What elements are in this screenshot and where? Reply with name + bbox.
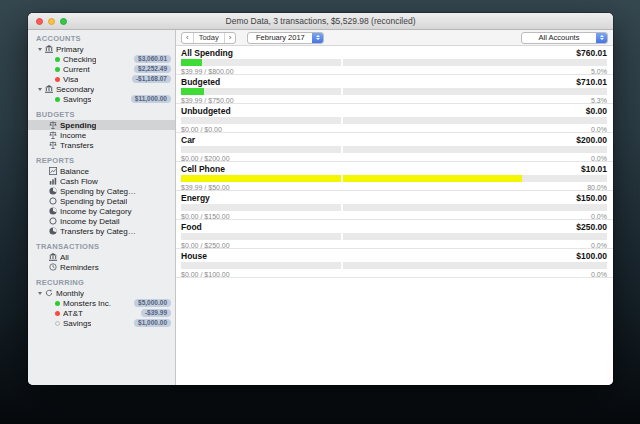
sidebar-item-income-by-detail[interactable]: Income by Detail (28, 216, 175, 226)
period-select[interactable]: February 2017 (247, 32, 324, 44)
scales-icon (49, 121, 57, 129)
bank-icon (45, 45, 53, 53)
ring-chart-icon (49, 197, 57, 205)
sidebar-item-income[interactable]: Income (28, 130, 175, 140)
sidebar: ACCOUNTS Primary Checking $3,060.01 Curr… (28, 30, 176, 385)
today-marker-tick (341, 262, 343, 269)
today-button[interactable]: Today (194, 33, 225, 43)
sidebar-item-transfers[interactable]: Transfers (28, 140, 175, 150)
sidebar-item-checking[interactable]: Checking $3,060.01 (28, 54, 175, 64)
sidebar-item-label: Checking (63, 55, 96, 64)
window-title: Demo Data, 3 transactions, $5,529.98 (re… (226, 16, 416, 26)
budget-spent-of-total: $39.99 / $800.00 (181, 68, 234, 75)
zoom-window-button[interactable] (60, 18, 67, 25)
sidebar-item-cash-flow[interactable]: Cash Flow (28, 176, 175, 186)
budget-remaining-amount: $10.01 (581, 164, 607, 174)
minimize-window-button[interactable] (48, 18, 55, 25)
budget-progress-bar (181, 88, 607, 95)
today-marker-tick (341, 88, 343, 95)
content-toolbar: ‹ Today › February 2017 All Accounts (176, 30, 613, 46)
sidebar-item-label: Income by Category (60, 207, 132, 216)
sidebar-item-att[interactable]: AT&T -$39.99 (28, 308, 175, 318)
sidebar-item-label: Visa (63, 75, 78, 84)
sidebar-item-current[interactable]: Current $2,252.49 (28, 64, 175, 74)
sidebar-item-all-transactions[interactable]: All (28, 252, 175, 262)
bank-icon (45, 85, 53, 93)
accounts-filter-select[interactable]: All Accounts (521, 32, 608, 44)
sidebar-item-balance[interactable]: Balance (28, 166, 175, 176)
sidebar-item-transfers-by-category[interactable]: Transfers by Categ… (28, 226, 175, 236)
sidebar-item-spending-by-detail[interactable]: Spending by Detail (28, 196, 175, 206)
main-content: ‹ Today › February 2017 All Accounts All… (176, 30, 613, 385)
sidebar-item-savings[interactable]: Savings $11,000.00 (28, 94, 175, 104)
sidebar-item-monsters-inc[interactable]: Monsters Inc. $5,000.00 (28, 298, 175, 308)
budget-remaining-amount: $760.01 (576, 48, 607, 58)
scales-icon (49, 141, 57, 149)
sidebar-item-recurring-savings[interactable]: Savings $1,000.00 (28, 318, 175, 328)
budget-row-car[interactable]: Car $200.00 $0.00 / $200.00 0.0% (176, 133, 613, 162)
budget-remaining-amount: $200.00 (576, 135, 607, 145)
sidebar-item-label: All (60, 253, 69, 262)
budget-row-all-spending[interactable]: All Spending $760.01 $39.99 / $800.00 5.… (176, 46, 613, 75)
budget-row-cell-phone[interactable]: Cell Phone $10.01 $39.99 / $50.00 80.0% (176, 162, 613, 191)
budget-row-budgeted[interactable]: Budgeted $710.01 $39.99 / $750.00 5.3% (176, 75, 613, 104)
account-status-dot (55, 67, 60, 72)
close-window-button[interactable] (36, 18, 43, 25)
budget-percent: 0.0% (591, 126, 607, 133)
budget-row-house[interactable]: House $100.00 $0.00 / $100.00 0.0% (176, 249, 613, 278)
disclosure-triangle-icon[interactable] (38, 292, 42, 295)
today-marker-tick (341, 117, 343, 124)
bar-chart-icon (49, 177, 57, 185)
sidebar-group-monthly[interactable]: Monthly (28, 288, 175, 298)
prev-period-button[interactable]: ‹ (182, 33, 194, 43)
budget-spent-of-total: $0.00 / $0.00 (181, 126, 222, 133)
budget-spent-of-total: $0.00 / $200.00 (181, 155, 230, 162)
sidebar-item-spending-by-category[interactable]: Spending by Categ… (28, 186, 175, 196)
sidebar-group-primary[interactable]: Primary (28, 44, 175, 54)
sidebar-item-label: Monsters Inc. (63, 299, 111, 308)
budget-category-name: Unbudgeted (181, 106, 231, 116)
sidebar-group-secondary[interactable]: Secondary (28, 84, 175, 94)
budget-progress-fill (181, 175, 522, 182)
sidebar-item-spending[interactable]: Spending (28, 120, 175, 130)
sidebar-item-income-by-category[interactable]: Income by Category (28, 206, 175, 216)
sidebar-item-reminders[interactable]: Reminders (28, 262, 175, 272)
recurring-status-dot (55, 311, 60, 316)
budget-percent: 5.0% (591, 68, 607, 75)
accounts-filter-value: All Accounts (522, 33, 596, 42)
sidebar-item-visa[interactable]: Visa -$1,168.07 (28, 74, 175, 84)
sidebar-section-header-recurring: RECURRING (28, 278, 175, 288)
disclosure-triangle-icon[interactable] (38, 48, 42, 51)
sidebar-item-label: Cash Flow (60, 177, 98, 186)
sidebar-item-label: Current (63, 65, 90, 74)
pie-chart-icon (49, 227, 57, 235)
sidebar-section-header-transactions: TRANSACTIONS (28, 242, 175, 252)
recurring-amount-badge: $1,000.00 (134, 319, 171, 327)
sidebar-item-label: Primary (56, 45, 84, 54)
sidebar-item-label: Reminders (60, 263, 99, 272)
window-titlebar[interactable]: Demo Data, 3 transactions, $5,529.98 (re… (28, 13, 613, 30)
sidebar-item-label: Transfers (60, 141, 94, 150)
recurring-status-dot (55, 321, 60, 326)
budget-row-food[interactable]: Food $250.00 $0.00 / $250.00 0.0% (176, 220, 613, 249)
budget-spent-of-total: $39.99 / $50.00 (181, 184, 230, 191)
today-marker-tick (341, 175, 343, 182)
account-balance-badge: $11,000.00 (131, 95, 171, 103)
budget-row-unbudgeted[interactable]: Unbudgeted $0.00 $0.00 / $0.00 0.0% (176, 104, 613, 133)
sidebar-item-label: Spending by Categ… (60, 187, 136, 196)
sidebar-section-header-budgets: BUDGETS (28, 110, 175, 120)
next-period-button[interactable]: › (225, 33, 236, 43)
budget-remaining-amount: $250.00 (576, 222, 607, 232)
budget-category-name: Food (181, 222, 202, 232)
chevron-up-down-icon (312, 32, 323, 44)
disclosure-triangle-icon[interactable] (38, 88, 42, 91)
account-balance-badge: $2,252.49 (134, 65, 171, 73)
budget-row-energy[interactable]: Energy $150.00 $0.00 / $150.00 0.0% (176, 191, 613, 220)
bank-icon (49, 253, 57, 261)
budget-progress-fill (181, 88, 204, 95)
budget-progress-bar (181, 175, 607, 182)
account-status-dot (55, 97, 60, 102)
budget-progress-fill (181, 59, 202, 66)
budget-rows-list: All Spending $760.01 $39.99 / $800.00 5.… (176, 46, 613, 385)
sidebar-item-label: Savings (63, 95, 91, 104)
